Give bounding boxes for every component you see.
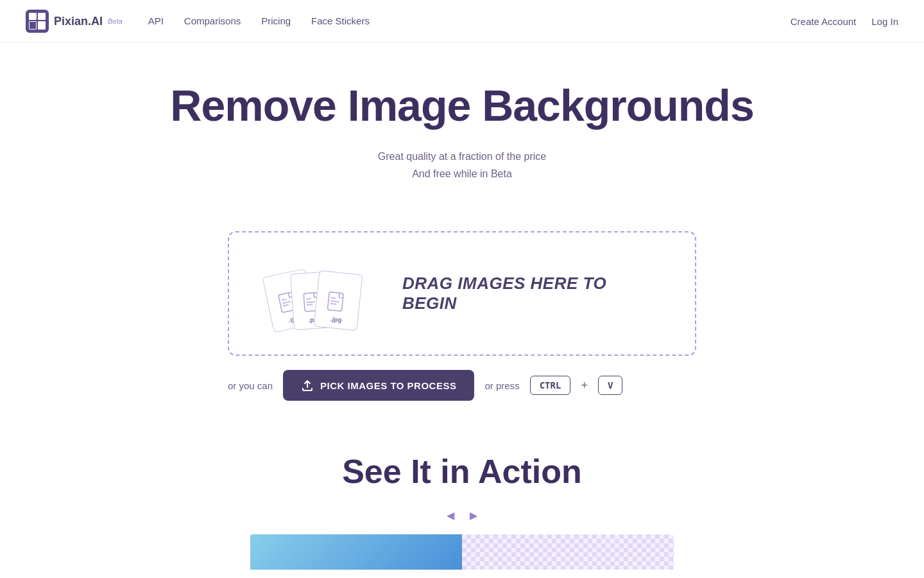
nav-api-link[interactable]: API xyxy=(148,15,164,26)
action-section: See It in Action ◀ ▶ xyxy=(0,401,924,578)
upload-arrow-icon xyxy=(301,379,314,392)
carousel-next[interactable]: ▶ xyxy=(465,506,483,524)
nav-pricing-link[interactable]: Pricing xyxy=(261,15,291,26)
beta-badge: Beta xyxy=(108,17,123,25)
pick-prefix: or you can xyxy=(228,380,273,391)
login-link[interactable]: Log In xyxy=(871,16,898,27)
navbar: Pixian.AI Beta API Comparisons Pricing F… xyxy=(0,0,924,43)
create-account-link[interactable]: Create Account xyxy=(791,16,857,27)
logo-link[interactable]: Pixian.AI Beta xyxy=(26,10,123,33)
file-label-jpg: .jpg xyxy=(330,315,342,324)
plus-sign: + xyxy=(581,379,588,392)
carousel-nav: ◀ ▶ xyxy=(13,506,911,524)
brand-name: Pixian.AI xyxy=(54,15,103,28)
pick-separator: or press xyxy=(484,380,519,391)
nav-right: Create Account Log In xyxy=(791,16,898,27)
logo-icon xyxy=(26,10,49,33)
dropzone[interactable]: .gif .png xyxy=(228,231,696,356)
file-card-jpg: .jpg xyxy=(314,270,363,331)
preview-strip xyxy=(13,534,911,570)
drag-text: DRAG IMAGES HERE TO BEGIN xyxy=(402,274,656,313)
preview-original xyxy=(250,534,462,570)
hero-subtitle2: And free while in Beta xyxy=(13,165,911,182)
ctrl-key: CTRL xyxy=(530,376,571,395)
action-title: See It in Action xyxy=(13,452,911,491)
hero-title: Remove Image Backgrounds xyxy=(13,82,911,130)
pick-images-button[interactable]: PICK IMAGES TO PROCESS xyxy=(283,370,474,401)
pick-row: or you can PICK IMAGES TO PROCESS or pre… xyxy=(215,370,709,401)
carousel-prev[interactable]: ◀ xyxy=(441,506,459,524)
file-icons: .gif .png xyxy=(268,258,370,329)
nav-facestickers-link[interactable]: Face Stickers xyxy=(311,15,370,26)
pick-button-label: PICK IMAGES TO PROCESS xyxy=(320,380,456,391)
hero-subtitle1: Great quality at a fraction of the price xyxy=(13,148,911,165)
preview-processed xyxy=(462,534,674,570)
nav-links: API Comparisons Pricing Face Stickers xyxy=(148,15,370,27)
hero-section: Remove Image Backgrounds Great quality a… xyxy=(0,43,924,208)
nav-comparisons-link[interactable]: Comparisons xyxy=(184,15,241,26)
v-key: V xyxy=(598,376,622,395)
dropzone-wrapper: .gif .png xyxy=(215,231,709,356)
